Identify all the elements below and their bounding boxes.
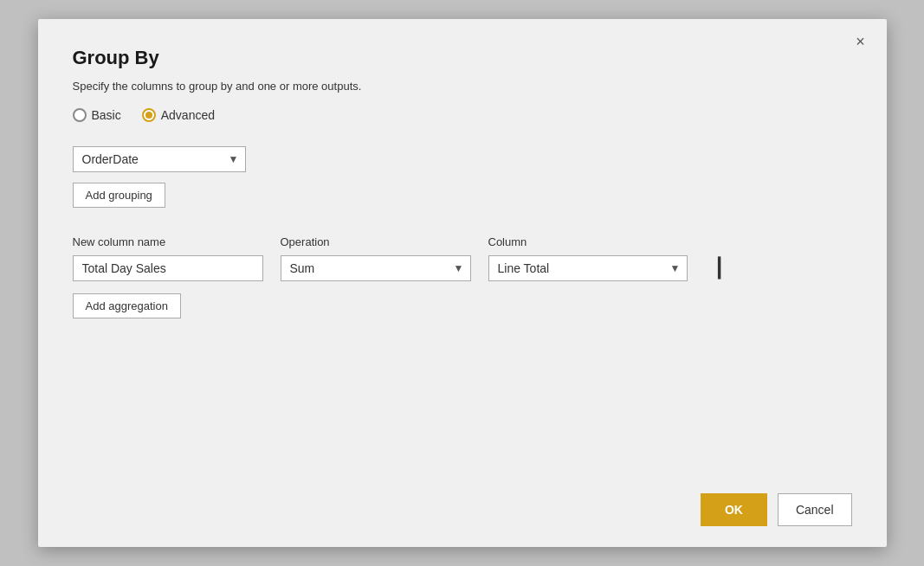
operation-header: Operation bbox=[281, 235, 471, 248]
grouping-dropdown[interactable]: OrderDate ShipDate CustomerID ProductID bbox=[73, 146, 246, 172]
grouping-section: OrderDate ShipDate CustomerID ProductID … bbox=[73, 146, 852, 208]
dialog-title: Group By bbox=[73, 47, 852, 69]
column-dropdown[interactable]: Line Total OrderQty UnitPrice TaxAmt bbox=[488, 255, 688, 281]
operation-dropdown[interactable]: Sum Average Min Max Count CountDistinct … bbox=[281, 255, 471, 281]
ok-button[interactable]: OK bbox=[701, 493, 767, 526]
new-column-input[interactable] bbox=[73, 255, 263, 281]
column-header: Column bbox=[488, 235, 688, 248]
aggregation-headers: New column name Operation Column bbox=[73, 235, 852, 248]
dialog: × Group By Specify the columns to group … bbox=[38, 19, 887, 547]
dialog-overlay: × Group By Specify the columns to group … bbox=[0, 0, 924, 566]
operation-dropdown-wrapper: Sum Average Min Max Count CountDistinct … bbox=[281, 255, 471, 281]
footer: OK Cancel bbox=[73, 476, 852, 526]
aggregation-section: New column name Operation Column Sum Ave… bbox=[73, 235, 852, 476]
dialog-subtitle: Specify the columns to group by and one … bbox=[73, 80, 852, 93]
cancel-button[interactable]: Cancel bbox=[778, 493, 852, 526]
radio-group: Basic Advanced bbox=[73, 108, 852, 122]
radio-advanced-label: Advanced bbox=[161, 108, 215, 122]
radio-basic-label: Basic bbox=[92, 108, 121, 122]
add-grouping-button[interactable]: Add grouping bbox=[73, 183, 165, 208]
cursor-indicator: ┃ bbox=[714, 257, 725, 280]
add-aggregation-button[interactable]: Add aggregation bbox=[73, 293, 181, 318]
new-column-header: New column name bbox=[73, 235, 263, 248]
grouping-dropdown-wrapper: OrderDate ShipDate CustomerID ProductID … bbox=[73, 146, 246, 172]
aggregation-row: Sum Average Min Max Count CountDistinct … bbox=[73, 255, 852, 281]
radio-basic-option[interactable]: Basic bbox=[73, 108, 121, 122]
close-button[interactable]: × bbox=[849, 29, 873, 54]
radio-advanced[interactable] bbox=[142, 108, 156, 122]
radio-advanced-option[interactable]: Advanced bbox=[142, 108, 215, 122]
column-dropdown-wrapper: Line Total OrderQty UnitPrice TaxAmt ▼ bbox=[488, 255, 688, 281]
radio-basic[interactable] bbox=[73, 108, 87, 122]
